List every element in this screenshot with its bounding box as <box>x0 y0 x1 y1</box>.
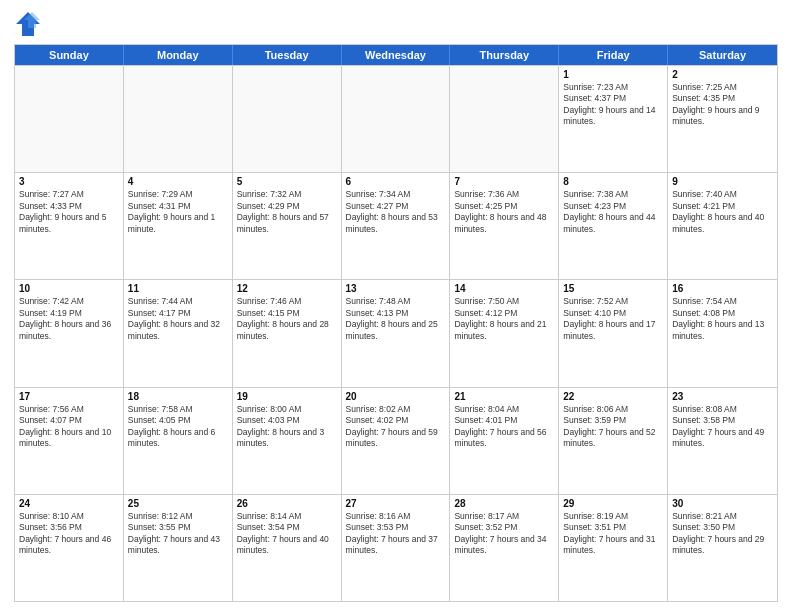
cal-week-1: 1Sunrise: 7:23 AMSunset: 4:37 PMDaylight… <box>15 65 777 172</box>
day-number: 4 <box>128 176 228 187</box>
day-info: Sunrise: 7:46 AMSunset: 4:15 PMDaylight:… <box>237 296 337 342</box>
logo-icon <box>14 10 42 38</box>
day-info: Sunrise: 7:34 AMSunset: 4:27 PMDaylight:… <box>346 189 446 235</box>
cal-cell-day-14: 14Sunrise: 7:50 AMSunset: 4:12 PMDayligh… <box>450 280 559 386</box>
cal-header-wednesday: Wednesday <box>342 45 451 65</box>
day-info: Sunrise: 7:29 AMSunset: 4:31 PMDaylight:… <box>128 189 228 235</box>
day-number: 29 <box>563 498 663 509</box>
day-info: Sunrise: 8:04 AMSunset: 4:01 PMDaylight:… <box>454 404 554 450</box>
day-number: 30 <box>672 498 773 509</box>
cal-cell-day-25: 25Sunrise: 8:12 AMSunset: 3:55 PMDayligh… <box>124 495 233 601</box>
day-number: 26 <box>237 498 337 509</box>
cal-cell-day-23: 23Sunrise: 8:08 AMSunset: 3:58 PMDayligh… <box>668 388 777 494</box>
cal-cell-day-10: 10Sunrise: 7:42 AMSunset: 4:19 PMDayligh… <box>15 280 124 386</box>
cal-header-saturday: Saturday <box>668 45 777 65</box>
day-number: 25 <box>128 498 228 509</box>
day-info: Sunrise: 8:00 AMSunset: 4:03 PMDaylight:… <box>237 404 337 450</box>
cal-cell-day-6: 6Sunrise: 7:34 AMSunset: 4:27 PMDaylight… <box>342 173 451 279</box>
cal-header-monday: Monday <box>124 45 233 65</box>
calendar-body: 1Sunrise: 7:23 AMSunset: 4:37 PMDaylight… <box>15 65 777 601</box>
cal-cell-day-30: 30Sunrise: 8:21 AMSunset: 3:50 PMDayligh… <box>668 495 777 601</box>
day-info: Sunrise: 8:10 AMSunset: 3:56 PMDaylight:… <box>19 511 119 557</box>
page: SundayMondayTuesdayWednesdayThursdayFrid… <box>0 0 792 612</box>
day-info: Sunrise: 7:56 AMSunset: 4:07 PMDaylight:… <box>19 404 119 450</box>
day-number: 19 <box>237 391 337 402</box>
day-number: 24 <box>19 498 119 509</box>
cal-cell-day-17: 17Sunrise: 7:56 AMSunset: 4:07 PMDayligh… <box>15 388 124 494</box>
day-info: Sunrise: 8:16 AMSunset: 3:53 PMDaylight:… <box>346 511 446 557</box>
cal-cell-day-27: 27Sunrise: 8:16 AMSunset: 3:53 PMDayligh… <box>342 495 451 601</box>
day-info: Sunrise: 8:19 AMSunset: 3:51 PMDaylight:… <box>563 511 663 557</box>
cal-cell-day-29: 29Sunrise: 8:19 AMSunset: 3:51 PMDayligh… <box>559 495 668 601</box>
cal-header-thursday: Thursday <box>450 45 559 65</box>
day-number: 28 <box>454 498 554 509</box>
day-number: 7 <box>454 176 554 187</box>
day-info: Sunrise: 8:21 AMSunset: 3:50 PMDaylight:… <box>672 511 773 557</box>
day-info: Sunrise: 7:38 AMSunset: 4:23 PMDaylight:… <box>563 189 663 235</box>
day-info: Sunrise: 7:23 AMSunset: 4:37 PMDaylight:… <box>563 82 663 128</box>
cal-cell-day-24: 24Sunrise: 8:10 AMSunset: 3:56 PMDayligh… <box>15 495 124 601</box>
cal-cell-day-16: 16Sunrise: 7:54 AMSunset: 4:08 PMDayligh… <box>668 280 777 386</box>
cal-cell-day-15: 15Sunrise: 7:52 AMSunset: 4:10 PMDayligh… <box>559 280 668 386</box>
day-info: Sunrise: 7:42 AMSunset: 4:19 PMDaylight:… <box>19 296 119 342</box>
cal-cell-empty <box>450 66 559 172</box>
day-number: 17 <box>19 391 119 402</box>
cal-cell-day-28: 28Sunrise: 8:17 AMSunset: 3:52 PMDayligh… <box>450 495 559 601</box>
day-number: 21 <box>454 391 554 402</box>
day-number: 27 <box>346 498 446 509</box>
cal-cell-day-7: 7Sunrise: 7:36 AMSunset: 4:25 PMDaylight… <box>450 173 559 279</box>
cal-cell-day-3: 3Sunrise: 7:27 AMSunset: 4:33 PMDaylight… <box>15 173 124 279</box>
cal-cell-empty <box>233 66 342 172</box>
day-number: 22 <box>563 391 663 402</box>
day-number: 20 <box>346 391 446 402</box>
cal-cell-day-1: 1Sunrise: 7:23 AMSunset: 4:37 PMDaylight… <box>559 66 668 172</box>
day-info: Sunrise: 8:02 AMSunset: 4:02 PMDaylight:… <box>346 404 446 450</box>
cal-cell-day-2: 2Sunrise: 7:25 AMSunset: 4:35 PMDaylight… <box>668 66 777 172</box>
day-number: 23 <box>672 391 773 402</box>
day-number: 13 <box>346 283 446 294</box>
cal-cell-empty <box>124 66 233 172</box>
cal-cell-day-21: 21Sunrise: 8:04 AMSunset: 4:01 PMDayligh… <box>450 388 559 494</box>
day-number: 16 <box>672 283 773 294</box>
cal-week-3: 10Sunrise: 7:42 AMSunset: 4:19 PMDayligh… <box>15 279 777 386</box>
day-info: Sunrise: 8:17 AMSunset: 3:52 PMDaylight:… <box>454 511 554 557</box>
day-number: 6 <box>346 176 446 187</box>
day-info: Sunrise: 7:48 AMSunset: 4:13 PMDaylight:… <box>346 296 446 342</box>
cal-cell-day-5: 5Sunrise: 7:32 AMSunset: 4:29 PMDaylight… <box>233 173 342 279</box>
day-info: Sunrise: 7:25 AMSunset: 4:35 PMDaylight:… <box>672 82 773 128</box>
day-number: 12 <box>237 283 337 294</box>
day-info: Sunrise: 7:36 AMSunset: 4:25 PMDaylight:… <box>454 189 554 235</box>
day-number: 18 <box>128 391 228 402</box>
day-info: Sunrise: 8:08 AMSunset: 3:58 PMDaylight:… <box>672 404 773 450</box>
day-number: 15 <box>563 283 663 294</box>
cal-week-2: 3Sunrise: 7:27 AMSunset: 4:33 PMDaylight… <box>15 172 777 279</box>
day-number: 3 <box>19 176 119 187</box>
day-info: Sunrise: 8:06 AMSunset: 3:59 PMDaylight:… <box>563 404 663 450</box>
day-number: 8 <box>563 176 663 187</box>
day-info: Sunrise: 7:54 AMSunset: 4:08 PMDaylight:… <box>672 296 773 342</box>
header <box>14 10 778 38</box>
cal-cell-day-13: 13Sunrise: 7:48 AMSunset: 4:13 PMDayligh… <box>342 280 451 386</box>
cal-header-tuesday: Tuesday <box>233 45 342 65</box>
cal-header-sunday: Sunday <box>15 45 124 65</box>
day-number: 9 <box>672 176 773 187</box>
cal-cell-day-12: 12Sunrise: 7:46 AMSunset: 4:15 PMDayligh… <box>233 280 342 386</box>
day-number: 11 <box>128 283 228 294</box>
cal-week-5: 24Sunrise: 8:10 AMSunset: 3:56 PMDayligh… <box>15 494 777 601</box>
cal-cell-day-20: 20Sunrise: 8:02 AMSunset: 4:02 PMDayligh… <box>342 388 451 494</box>
day-info: Sunrise: 7:40 AMSunset: 4:21 PMDaylight:… <box>672 189 773 235</box>
day-info: Sunrise: 7:44 AMSunset: 4:17 PMDaylight:… <box>128 296 228 342</box>
cal-cell-day-22: 22Sunrise: 8:06 AMSunset: 3:59 PMDayligh… <box>559 388 668 494</box>
day-info: Sunrise: 8:14 AMSunset: 3:54 PMDaylight:… <box>237 511 337 557</box>
cal-cell-day-26: 26Sunrise: 8:14 AMSunset: 3:54 PMDayligh… <box>233 495 342 601</box>
cal-cell-day-18: 18Sunrise: 7:58 AMSunset: 4:05 PMDayligh… <box>124 388 233 494</box>
day-info: Sunrise: 7:27 AMSunset: 4:33 PMDaylight:… <box>19 189 119 235</box>
cal-cell-day-19: 19Sunrise: 8:00 AMSunset: 4:03 PMDayligh… <box>233 388 342 494</box>
day-number: 10 <box>19 283 119 294</box>
calendar: SundayMondayTuesdayWednesdayThursdayFrid… <box>14 44 778 602</box>
day-info: Sunrise: 7:32 AMSunset: 4:29 PMDaylight:… <box>237 189 337 235</box>
cal-cell-empty <box>15 66 124 172</box>
cal-cell-day-11: 11Sunrise: 7:44 AMSunset: 4:17 PMDayligh… <box>124 280 233 386</box>
day-info: Sunrise: 7:58 AMSunset: 4:05 PMDaylight:… <box>128 404 228 450</box>
day-number: 14 <box>454 283 554 294</box>
